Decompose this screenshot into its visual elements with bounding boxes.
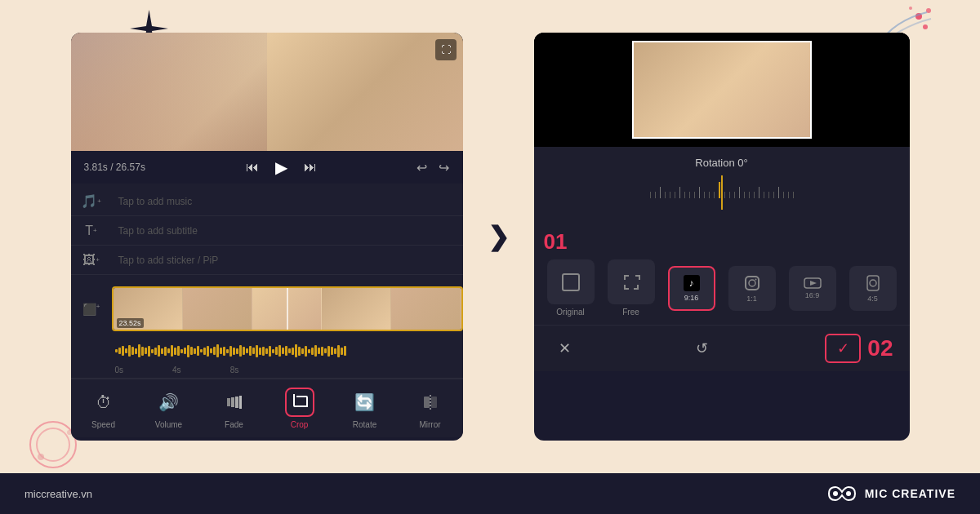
footer-website: miccreative.vn [24, 488, 92, 500]
aspect-free[interactable]: Free [604, 259, 658, 317]
svg-point-21 [870, 280, 876, 286]
bottom-toolbar: ⏱ Speed 🔊 Volume Fade [71, 379, 463, 437]
svg-rect-8 [227, 398, 230, 406]
svg-point-16 [749, 280, 755, 286]
crop-icon [285, 388, 314, 417]
aspect-original-btn[interactable] [547, 259, 595, 304]
rotation-section: Rotation 0° [534, 147, 910, 223]
rotate-label: Rotate [353, 420, 376, 429]
controls-bar: 3.81s / 26.57s ⏮ ▶ ⏭ ↩ ↪ [71, 151, 463, 184]
svg-point-17 [755, 278, 756, 280]
sticker-track[interactable]: 🖼+ Tap to add sticker / PiP [71, 246, 463, 275]
confirm-button[interactable]: ✓ [825, 334, 861, 363]
expand-button[interactable]: ⛶ [435, 39, 457, 60]
instagram-icon [743, 274, 761, 292]
tool-speed[interactable]: ⏱ Speed [71, 388, 136, 429]
speed-label: Speed [91, 420, 115, 429]
ratio-9-16-text: 9:16 [684, 294, 699, 302]
tool-rotate[interactable]: 🔄 Rotate [332, 388, 398, 429]
aspect-16-9[interactable]: 16:9 [786, 266, 840, 311]
aspect-16-9-btn[interactable]: 16:9 [789, 266, 836, 311]
footer-brand-name: MIC CREATIVE [865, 487, 956, 500]
svg-rect-15 [746, 277, 759, 290]
sticker-icon: 🖼+ [71, 253, 112, 268]
transport-controls: ⏮ ▶ ⏭ [246, 157, 317, 177]
instagram-portrait-icon [866, 274, 880, 292]
fade-label: Fade [225, 420, 243, 429]
waveform [112, 343, 463, 359]
reset-button[interactable]: ↺ [688, 334, 717, 363]
ruler-content: 0s 4s 8s [112, 366, 463, 374]
ratio-4-5-text: 4:5 [867, 295, 878, 303]
action-bar: ✕ ↺ ✓ 02 [534, 325, 910, 371]
step-01-label: 01 [544, 229, 900, 255]
play-button[interactable]: ▶ [275, 157, 287, 177]
mirror-icon [416, 388, 445, 417]
volume-icon: 🔊 [154, 388, 184, 417]
mic-creative-logo-icon [827, 485, 857, 502]
ruler-mark-0: 0s [115, 366, 124, 374]
timeline-frames[interactable]: 23.52s [112, 286, 463, 331]
left-panel: ⛶ 3.81s / 26.57s ⏮ ▶ ⏭ ↩ ↪ 🎵+ Tap to add… [71, 33, 463, 441]
free-icon [622, 273, 640, 291]
ratio-1-1-text: 1:1 [746, 295, 757, 303]
rotation-ruler[interactable] [547, 175, 897, 216]
subtitle-track[interactable]: T+ Tap to add subtitle [71, 216, 463, 246]
svg-rect-11 [239, 396, 242, 409]
undo-button[interactable]: ↩ [416, 160, 427, 175]
tiktok-ratio-icon: ♪ [684, 275, 700, 291]
speed-icon: ⏱ [89, 388, 118, 417]
original-icon [562, 273, 580, 291]
ratio-16-9-text: 16:9 [805, 291, 820, 299]
aspect-1-1[interactable]: 1:1 [725, 266, 779, 311]
aspect-free-btn[interactable] [608, 259, 655, 304]
step-02-label: 02 [867, 335, 893, 361]
aspect-options-row: Original Free ♪ [544, 259, 900, 317]
video-track-icon: ⬛+ [71, 303, 112, 316]
music-label: Tap to add music [112, 196, 463, 207]
confirm-group: ✓ 02 [825, 334, 893, 363]
redo-button[interactable]: ↪ [439, 160, 449, 175]
ruler-mark-8: 8s [230, 366, 239, 374]
svg-rect-9 [231, 397, 234, 407]
svg-point-22 [833, 491, 838, 496]
fade-icon [220, 388, 249, 417]
svg-rect-12 [424, 397, 430, 408]
aspect-9-16[interactable]: ♪ 9:16 [665, 266, 719, 311]
aspect-9-16-btn[interactable]: ♪ 9:16 [668, 266, 715, 311]
svg-point-23 [846, 491, 851, 496]
footer-bar: miccreative.vn MIC CREATIVE [0, 473, 980, 514]
music-icon: 🎵+ [71, 193, 112, 209]
music-track[interactable]: 🎵+ Tap to add music [71, 187, 463, 216]
subtitle-icon: T+ [71, 224, 112, 238]
prev-button[interactable]: ⏮ [246, 160, 259, 175]
tool-volume[interactable]: 🔊 Volume [136, 388, 202, 429]
aspect-4-5-btn[interactable]: 4:5 [849, 266, 897, 311]
tool-mirror[interactable]: Mirror [398, 388, 463, 429]
tool-crop[interactable]: Crop [267, 388, 332, 429]
mirror-label: Mirror [419, 420, 440, 429]
aspect-original[interactable]: Original [544, 259, 598, 317]
close-button[interactable]: ✕ [550, 334, 580, 363]
next-button[interactable]: ⏭ [304, 160, 317, 175]
right-panel: Rotation 0° [534, 33, 910, 441]
track-area: 🎵+ Tap to add music T+ Tap to add subtit… [71, 184, 463, 278]
crop-label: Crop [291, 420, 309, 429]
youtube-icon [804, 277, 822, 289]
arrow-container: ❯ [488, 221, 510, 252]
subtitle-label: Tap to add subtitle [112, 225, 463, 237]
svg-rect-10 [235, 397, 238, 408]
main-content: ⛶ 3.81s / 26.57s ⏮ ▶ ⏭ ↩ ↪ 🎵+ Tap to add… [0, 0, 980, 473]
ruler-mark-4: 4s [172, 366, 181, 374]
sticker-label: Tap to add sticker / PiP [112, 255, 463, 266]
volume-label: Volume [155, 420, 182, 429]
time-display: 3.81s / 26.57s [84, 162, 145, 173]
svg-rect-13 [431, 397, 437, 408]
aspect-4-5[interactable]: 4:5 [846, 266, 900, 311]
waveform-area [71, 339, 463, 362]
undo-redo-controls: ↩ ↪ [416, 160, 449, 175]
tool-fade[interactable]: Fade [202, 388, 267, 429]
video-preview-right [534, 33, 910, 147]
aspect-1-1-btn[interactable]: 1:1 [728, 266, 776, 311]
svg-marker-19 [810, 281, 817, 286]
